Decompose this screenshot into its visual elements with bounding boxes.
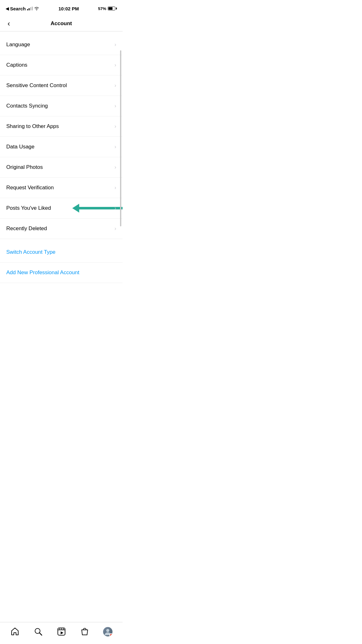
battery-percent: 57% bbox=[98, 6, 106, 11]
status-bar: ◀ Search 10:02 PM 57% bbox=[0, 0, 123, 16]
nav-header: ‹ Account bbox=[0, 16, 123, 31]
content-wrapper: Language › Captions › Sensitive Content … bbox=[0, 31, 123, 308]
bottom-spacer bbox=[0, 283, 123, 308]
menu-item-data-usage[interactable]: Data Usage › bbox=[0, 137, 123, 157]
menu-item-sharing[interactable]: Sharing to Other Apps › bbox=[0, 116, 123, 137]
menu-item-recently-deleted[interactable]: Recently Deleted › bbox=[0, 219, 123, 239]
chevron-icon-captions: › bbox=[114, 62, 116, 68]
menu-item-label-captions: Captions bbox=[6, 62, 27, 68]
menu-item-label-request-verification: Request Verification bbox=[6, 185, 54, 191]
chevron-icon-recently-deleted: › bbox=[114, 225, 116, 232]
chevron-icon-request-verification: › bbox=[114, 185, 116, 191]
menu-item-label-contacts: Contacts Syncing bbox=[6, 103, 48, 109]
menu-item-label-data-usage: Data Usage bbox=[6, 144, 35, 150]
menu-item-original-photos[interactable]: Original Photos › bbox=[0, 157, 123, 178]
back-button[interactable]: ‹ bbox=[5, 18, 13, 29]
signal-icon bbox=[27, 7, 33, 10]
menu-item-request-verification[interactable]: Request Verification › bbox=[0, 178, 123, 198]
menu-item-label-sharing: Sharing to Other Apps bbox=[6, 123, 59, 130]
back-carrier-icon: ◀ bbox=[6, 6, 9, 11]
chevron-icon-data-usage: › bbox=[114, 144, 116, 150]
menu-item-label-language: Language bbox=[6, 42, 30, 48]
chevron-icon-language: › bbox=[114, 42, 116, 48]
page-title: Account bbox=[51, 20, 72, 27]
chevron-icon-sharing: › bbox=[114, 123, 116, 130]
arrow-head-icon bbox=[72, 204, 79, 213]
menu-item-label-add-professional: Add New Professional Account bbox=[6, 269, 79, 276]
scroll-indicator bbox=[120, 50, 121, 226]
menu-item-label-switch-account: Switch Account Type bbox=[6, 249, 56, 255]
battery-icon bbox=[108, 7, 117, 10]
status-battery-area: 57% bbox=[98, 6, 117, 11]
chevron-icon-contacts: › bbox=[114, 103, 116, 109]
menu-item-captions[interactable]: Captions › bbox=[0, 55, 123, 75]
menu-item-add-professional[interactable]: Add New Professional Account bbox=[0, 263, 123, 283]
menu-item-label-recently-deleted: Recently Deleted bbox=[6, 225, 47, 232]
menu-item-contacts-syncing[interactable]: Contacts Syncing › bbox=[0, 96, 123, 116]
wifi-icon bbox=[34, 7, 39, 11]
menu-item-switch-account[interactable]: Switch Account Type bbox=[0, 242, 123, 263]
menu-item-language[interactable]: Language › bbox=[0, 35, 123, 55]
menu-item-label-original-photos: Original Photos bbox=[6, 164, 43, 170]
status-carrier: ◀ Search bbox=[6, 6, 39, 11]
chevron-icon-posts-liked: › bbox=[114, 205, 116, 211]
menu-item-posts-liked[interactable]: Posts You've Liked › bbox=[0, 198, 123, 219]
status-time: 10:02 PM bbox=[58, 6, 79, 11]
menu-list: Language › Captions › Sensitive Content … bbox=[0, 31, 123, 283]
menu-item-label-posts-liked: Posts You've Liked bbox=[6, 205, 51, 211]
menu-item-label-sensitive: Sensitive Content Control bbox=[6, 82, 67, 89]
chevron-icon-original-photos: › bbox=[114, 164, 116, 170]
menu-item-sensitive-content[interactable]: Sensitive Content Control › bbox=[0, 75, 123, 96]
chevron-icon-sensitive: › bbox=[114, 82, 116, 89]
